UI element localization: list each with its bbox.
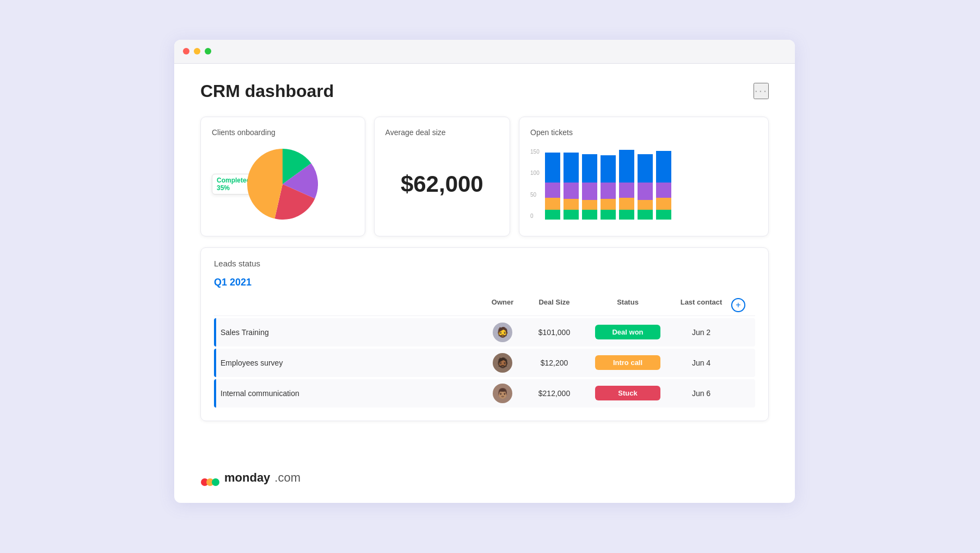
bar-seg-blue-7 bbox=[656, 151, 671, 183]
bar-seg-purple-2 bbox=[564, 183, 579, 199]
maximize-dot[interactable] bbox=[205, 48, 211, 54]
row-status: Deal won bbox=[584, 325, 671, 339]
bar-seg-blue-4 bbox=[601, 155, 616, 183]
row-status: Stuck bbox=[584, 386, 671, 400]
bar-seg-blue-5 bbox=[619, 150, 634, 183]
col-header-status: Status bbox=[584, 298, 671, 312]
row-avatar: 🧔 bbox=[481, 323, 524, 342]
status-badge: Intro call bbox=[595, 355, 660, 370]
leads-status-card: Leads status Q1 2021 Owner Deal Size Sta… bbox=[200, 247, 769, 421]
content-area: CRM dashboard ··· Clients onboarding Com… bbox=[174, 64, 795, 503]
row-name: Employees survey bbox=[220, 358, 481, 367]
bar-seg-blue-3 bbox=[582, 154, 597, 183]
table-header: Owner Deal Size Status Last contact + bbox=[214, 295, 755, 316]
bar-seg-green-4 bbox=[601, 210, 616, 220]
bar-group-1 bbox=[545, 153, 560, 220]
bar-seg-orange-5 bbox=[619, 198, 634, 210]
pie-chart: Completed 35% bbox=[212, 143, 354, 225]
avatar: 👨🏽 bbox=[493, 384, 512, 403]
add-column-button[interactable]: + bbox=[731, 298, 745, 312]
bar-group-4 bbox=[601, 155, 616, 220]
row-last-contact: Jun 4 bbox=[671, 358, 731, 367]
bar-seg-green-5 bbox=[619, 210, 634, 220]
bar-seg-green-3 bbox=[582, 210, 597, 220]
row-last-contact: Jun 2 bbox=[671, 328, 731, 337]
open-tickets-widget: Open tickets 150 100 50 0 bbox=[519, 117, 769, 236]
bar-seg-orange-6 bbox=[638, 200, 653, 210]
row-deal-size: $212,000 bbox=[524, 389, 584, 398]
row-avatar: 👨🏽 bbox=[481, 384, 524, 403]
bar-seg-purple-4 bbox=[601, 183, 616, 199]
monday-text: monday bbox=[224, 471, 270, 485]
status-badge: Deal won bbox=[595, 325, 660, 339]
row-name: Internal communication bbox=[220, 389, 481, 398]
y-label-150: 150 bbox=[530, 149, 540, 155]
clients-onboarding-title: Clients onboarding bbox=[212, 128, 354, 137]
row-status: Intro call bbox=[584, 355, 671, 370]
close-dot[interactable] bbox=[183, 48, 189, 54]
title-bar bbox=[174, 40, 795, 64]
bar-seg-purple-3 bbox=[582, 183, 597, 200]
app-background: CRM dashboard ··· Clients onboarding Com… bbox=[174, 40, 806, 514]
col-header-deal-size: Deal Size bbox=[524, 298, 584, 312]
leads-section-title: Leads status bbox=[214, 259, 755, 268]
bar-seg-blue-1 bbox=[545, 153, 560, 183]
col-header-owner: Owner bbox=[481, 298, 524, 312]
minimize-dot[interactable] bbox=[194, 48, 200, 54]
avatar: 🧔 bbox=[493, 323, 512, 342]
bar-seg-green-2 bbox=[564, 210, 579, 220]
y-label-0: 0 bbox=[530, 213, 540, 219]
row-deal-size: $101,000 bbox=[524, 328, 584, 337]
bar-seg-green-1 bbox=[545, 210, 560, 220]
bar-seg-purple-5 bbox=[619, 183, 634, 198]
bar-seg-purple-6 bbox=[638, 183, 653, 200]
bar-group-2 bbox=[564, 153, 579, 220]
monday-logo-icon bbox=[200, 468, 220, 488]
table-row: Sales Training 🧔 $101,000 Deal won Jun 2 bbox=[214, 318, 755, 347]
avg-deal-value: $62,000 bbox=[385, 143, 499, 225]
more-options-button[interactable]: ··· bbox=[754, 83, 769, 99]
main-window: CRM dashboard ··· Clients onboarding Com… bbox=[174, 40, 795, 503]
bar-seg-green-6 bbox=[638, 210, 653, 220]
q1-label: Q1 2021 bbox=[214, 277, 755, 288]
col-header-name bbox=[218, 298, 481, 312]
bar-seg-blue-2 bbox=[564, 153, 579, 183]
bar-seg-orange-4 bbox=[601, 199, 616, 210]
page-title: CRM dashboard bbox=[200, 81, 334, 101]
table-row: Employees survey 🧔🏾 $12,200 Intro call J… bbox=[214, 349, 755, 377]
avg-deal-widget: Average deal size $62,000 bbox=[374, 117, 510, 236]
pie-svg bbox=[247, 149, 318, 220]
widgets-row: Clients onboarding Completed 35% bbox=[200, 117, 769, 236]
y-label-100: 100 bbox=[530, 170, 540, 176]
monday-logo: monday.com bbox=[200, 468, 301, 488]
avatar: 🧔🏾 bbox=[493, 353, 512, 373]
svg-point-2 bbox=[212, 478, 219, 486]
bar-seg-purple-7 bbox=[656, 183, 671, 198]
bar-group-7 bbox=[656, 151, 671, 220]
bar-group-5 bbox=[619, 150, 634, 220]
clients-onboarding-widget: Clients onboarding Completed 35% bbox=[200, 117, 365, 236]
open-tickets-title: Open tickets bbox=[530, 128, 757, 137]
col-header-add: + bbox=[731, 298, 751, 312]
y-axis: 150 100 50 0 bbox=[530, 149, 540, 220]
dashboard-header: CRM dashboard ··· bbox=[200, 81, 769, 101]
bar-seg-green-7 bbox=[656, 210, 671, 220]
dotcom-text: .com bbox=[274, 471, 301, 485]
y-label-50: 50 bbox=[530, 192, 540, 198]
row-avatar: 🧔🏾 bbox=[481, 353, 524, 373]
row-last-contact: Jun 6 bbox=[671, 389, 731, 398]
col-header-last-contact: Last contact bbox=[671, 298, 731, 312]
bar-chart: 150 100 50 0 bbox=[530, 143, 757, 220]
bar-seg-orange-3 bbox=[582, 200, 597, 210]
bar-seg-orange-2 bbox=[564, 199, 579, 210]
status-badge: Stuck bbox=[595, 386, 660, 400]
avg-deal-title: Average deal size bbox=[385, 128, 499, 137]
row-name: Sales Training bbox=[220, 328, 481, 337]
row-deal-size: $12,200 bbox=[524, 358, 584, 367]
bar-seg-purple-1 bbox=[545, 183, 560, 198]
bar-seg-orange-1 bbox=[545, 198, 560, 210]
bar-seg-orange-7 bbox=[656, 198, 671, 210]
bar-group-3 bbox=[582, 154, 597, 220]
bar-group-6 bbox=[638, 154, 653, 220]
bar-seg-blue-6 bbox=[638, 154, 653, 183]
